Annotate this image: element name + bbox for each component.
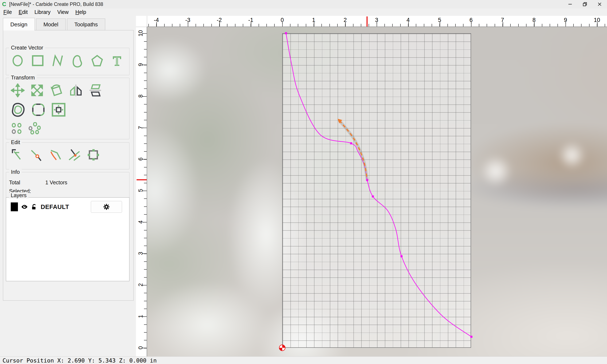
stock-grid[interactable] [282, 33, 471, 348]
transform-group: Transform [6, 78, 129, 139]
ruler-y-label: 4 [136, 217, 145, 227]
ruler-y-label: 5 [136, 186, 145, 195]
resize-tool-button[interactable] [87, 148, 100, 162]
menu-bar: File Edit Library View Help [0, 8, 607, 16]
ruler-x-label: -2 [217, 17, 222, 23]
transform-tools-row2 [6, 100, 129, 120]
move-icon [11, 83, 25, 97]
tab-toolpaths[interactable]: Toolpaths [67, 19, 105, 31]
ruler-y-label: 6 [136, 154, 145, 164]
curve-tool-button[interactable] [70, 53, 84, 68]
move-tool-button[interactable] [11, 83, 25, 97]
offset-icon [11, 102, 26, 117]
layer-settings-button[interactable] [91, 201, 122, 213]
minimize-button[interactable] [563, 0, 578, 8]
close-button[interactable] [592, 0, 607, 8]
create-vector-title: Create Vector [9, 45, 45, 51]
window-controls [563, 0, 607, 8]
gear-icon [103, 203, 110, 210]
mirror-horizontal-icon [69, 83, 83, 97]
ruler-x-label: 7 [501, 17, 504, 23]
text-tool-button[interactable]: T [110, 53, 124, 68]
circle-icon [11, 53, 25, 68]
fillet-icon [31, 102, 46, 117]
layer-visibility-eye-icon[interactable] [21, 203, 28, 210]
layers-list: DEFAULT [6, 197, 129, 281]
ruler-y-label: 10 [136, 29, 145, 38]
ruler-y-label: 1 [136, 312, 145, 321]
sidebar: Design Model Toolpaths Create Vector [0, 16, 136, 356]
menu-help[interactable]: Help [72, 9, 90, 15]
ruler-y-label: 2 [136, 280, 145, 289]
edit-tools [6, 143, 129, 165]
close-icon [597, 2, 602, 7]
ruler-x-label: 10 [594, 17, 600, 23]
ruler-y-label: 0 [136, 343, 145, 352]
ruler-y-label: 7 [136, 123, 145, 132]
ruler-cursor-x-marker [367, 16, 368, 26]
mirror-vertical-tool-button[interactable] [88, 83, 102, 97]
grid-array-icon [11, 122, 23, 134]
rectangle-icon [31, 53, 45, 68]
layer-unlock-icon[interactable] [31, 203, 38, 210]
restore-icon [582, 2, 587, 7]
tab-strip: Design Model Toolpaths [3, 18, 106, 31]
menu-edit[interactable]: Edit [15, 9, 31, 15]
cursor-position-text: Cursor Position X: 2.690 Y: 5.343 Z: 0.0… [2, 357, 157, 364]
mirror-horizontal-tool-button[interactable] [69, 83, 83, 97]
create-vector-tools: T [6, 48, 129, 71]
minimize-icon [568, 2, 572, 7]
trim-tool-button[interactable] [68, 148, 81, 162]
resize-icon [87, 148, 100, 162]
menu-library[interactable]: Library [31, 9, 54, 15]
tangent-node-tool-button[interactable] [30, 148, 43, 162]
restore-button[interactable] [578, 0, 592, 8]
node-select-icon [11, 148, 24, 162]
offset-tool-button[interactable] [11, 102, 26, 117]
grid-array-tool-button[interactable] [11, 122, 23, 134]
edit-group: Edit [6, 143, 129, 169]
info-title: Info [9, 169, 22, 175]
transform-tools-row1 [6, 78, 129, 100]
circular-array-icon [28, 122, 41, 134]
ruler-x-label: -3 [185, 17, 190, 23]
app-logo-icon: C [2, 1, 6, 8]
circular-array-tool-button[interactable] [28, 122, 41, 134]
menu-view[interactable]: View [54, 9, 72, 15]
ruler-y-label: 9 [136, 60, 145, 69]
ruler-x-label: 8 [532, 17, 536, 23]
tab-design[interactable]: Design [3, 18, 35, 31]
layer-row[interactable]: DEFAULT [6, 198, 129, 213]
polyline-icon [50, 53, 65, 68]
tab-model[interactable]: Model [36, 19, 66, 31]
transform-title: Transform [9, 75, 37, 81]
ruler-x-label: -1 [248, 17, 253, 23]
ruler-x-label: -4 [154, 17, 159, 23]
scale-tool-button[interactable] [30, 83, 44, 97]
text-icon: T [110, 53, 124, 68]
canvas-area[interactable]: -4-3-2-1012345678910 012345678910 [136, 16, 607, 356]
node-select-tool-button[interactable] [11, 148, 24, 162]
shrink-tool-button[interactable] [51, 102, 66, 117]
ruler-x-label: 6 [469, 17, 473, 23]
layer-color-swatch[interactable] [11, 202, 18, 211]
status-bar: Cursor Position X: 2.690 Y: 5.343 Z: 0.0… [0, 356, 607, 364]
ruler-x-label: 3 [375, 17, 378, 23]
circle-tool-button[interactable] [11, 53, 25, 68]
curve-fit-icon [49, 148, 62, 162]
rectangle-tool-button[interactable] [31, 53, 45, 68]
info-total-selected-value: 1 Vectors [45, 178, 67, 195]
trim-icon [68, 148, 81, 162]
rotate-tool-button[interactable] [50, 83, 64, 97]
polyline-tool-button[interactable] [50, 53, 65, 68]
rotate-icon [50, 83, 64, 97]
polygon-tool-button[interactable] [90, 53, 104, 68]
curve-fit-tool-button[interactable] [49, 148, 62, 162]
ruler-x-label: 0 [280, 17, 284, 23]
ruler-x-label: 2 [343, 17, 347, 23]
ruler-y-label: 3 [136, 249, 145, 258]
menu-file[interactable]: File [0, 9, 15, 15]
fillet-tool-button[interactable] [31, 102, 46, 117]
ruler-horizontal: -4-3-2-1012345678910 [147, 16, 607, 27]
curve-icon [70, 53, 84, 68]
